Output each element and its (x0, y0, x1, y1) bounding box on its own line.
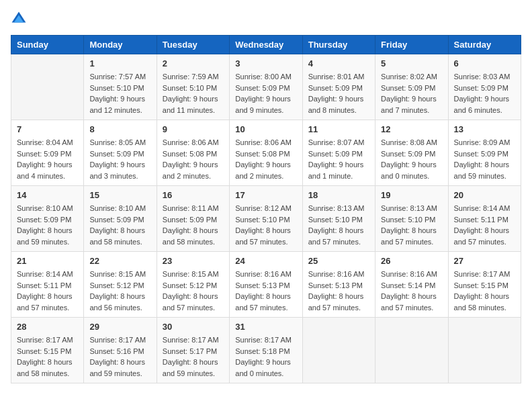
calendar-cell: 19Sunrise: 8:13 AMSunset: 5:10 PMDayligh… (375, 186, 448, 252)
calendar-cell: 12Sunrise: 8:08 AMSunset: 5:09 PMDayligh… (375, 120, 448, 186)
calendar-cell: 16Sunrise: 8:11 AMSunset: 5:09 PMDayligh… (157, 186, 229, 252)
day-number: 14 (17, 190, 78, 200)
day-number: 9 (163, 124, 224, 134)
day-info: Sunrise: 8:06 AMSunset: 5:08 PMDaylight:… (163, 137, 224, 181)
day-number: 16 (163, 190, 224, 200)
calendar-cell (302, 318, 375, 383)
day-number: 31 (235, 322, 296, 332)
calendar-cell: 15Sunrise: 8:10 AMSunset: 5:09 PMDayligh… (84, 186, 157, 252)
day-info: Sunrise: 8:17 AMSunset: 5:18 PMDaylight:… (235, 334, 296, 379)
week-row-3: 21Sunrise: 8:14 AMSunset: 5:11 PMDayligh… (11, 252, 521, 318)
calendar-cell: 11Sunrise: 8:07 AMSunset: 5:09 PMDayligh… (302, 120, 375, 186)
week-row-2: 14Sunrise: 8:10 AMSunset: 5:09 PMDayligh… (11, 186, 521, 252)
day-info: Sunrise: 8:03 AMSunset: 5:09 PMDaylight:… (454, 71, 515, 116)
day-info: Sunrise: 8:13 AMSunset: 5:10 PMDaylight:… (308, 203, 369, 247)
day-info: Sunrise: 8:11 AMSunset: 5:09 PMDaylight:… (163, 203, 224, 247)
day-number: 1 (89, 58, 150, 68)
day-number: 28 (17, 322, 78, 332)
day-info: Sunrise: 8:00 AMSunset: 5:09 PMDaylight:… (235, 71, 296, 116)
day-number: 11 (308, 124, 369, 134)
day-number: 24 (235, 256, 296, 266)
header-thursday: Thursday (302, 36, 375, 54)
day-number: 4 (308, 58, 369, 68)
calendar-cell: 8Sunrise: 8:05 AMSunset: 5:09 PMDaylight… (84, 120, 157, 186)
calendar-cell: 1Sunrise: 7:57 AMSunset: 5:10 PMDaylight… (84, 54, 157, 120)
day-info: Sunrise: 8:01 AMSunset: 5:09 PMDaylight:… (308, 71, 369, 116)
header-wednesday: Wednesday (230, 36, 302, 54)
day-info: Sunrise: 8:17 AMSunset: 5:15 PMDaylight:… (454, 269, 515, 313)
calendar-cell: 22Sunrise: 8:15 AMSunset: 5:12 PMDayligh… (84, 252, 157, 318)
calendar-cell: 30Sunrise: 8:17 AMSunset: 5:17 PMDayligh… (157, 318, 229, 383)
calendar-cell: 9Sunrise: 8:06 AMSunset: 5:08 PMDaylight… (157, 120, 229, 186)
calendar-cell: 28Sunrise: 8:17 AMSunset: 5:15 PMDayligh… (11, 318, 84, 383)
day-info: Sunrise: 7:57 AMSunset: 5:10 PMDaylight:… (89, 71, 150, 116)
logo (11, 11, 30, 27)
day-number: 18 (308, 190, 369, 200)
day-info: Sunrise: 8:16 AMSunset: 5:14 PMDaylight:… (381, 269, 442, 313)
calendar-cell: 25Sunrise: 8:16 AMSunset: 5:13 PMDayligh… (302, 252, 375, 318)
day-info: Sunrise: 8:10 AMSunset: 5:09 PMDaylight:… (17, 203, 78, 247)
day-info: Sunrise: 8:15 AMSunset: 5:12 PMDaylight:… (89, 269, 150, 313)
calendar-cell: 7Sunrise: 8:04 AMSunset: 5:09 PMDaylight… (11, 120, 84, 186)
calendar-cell: 31Sunrise: 8:17 AMSunset: 5:18 PMDayligh… (230, 318, 302, 383)
calendar-cell: 20Sunrise: 8:14 AMSunset: 5:11 PMDayligh… (448, 186, 521, 252)
header-row: SundayMondayTuesdayWednesdayThursdayFrid… (11, 36, 521, 54)
calendar-cell (448, 318, 521, 383)
header-sunday: Sunday (11, 36, 84, 54)
week-row-4: 28Sunrise: 8:17 AMSunset: 5:15 PMDayligh… (11, 318, 521, 383)
day-info: Sunrise: 8:05 AMSunset: 5:09 PMDaylight:… (89, 137, 150, 181)
calendar-cell: 26Sunrise: 8:16 AMSunset: 5:14 PMDayligh… (375, 252, 448, 318)
page-header (11, 11, 521, 27)
day-number: 5 (381, 58, 442, 68)
day-number: 10 (235, 124, 296, 134)
day-info: Sunrise: 8:17 AMSunset: 5:17 PMDaylight:… (163, 334, 224, 379)
day-number: 21 (17, 256, 78, 266)
day-info: Sunrise: 8:14 AMSunset: 5:11 PMDaylight:… (454, 203, 515, 247)
day-info: Sunrise: 8:08 AMSunset: 5:09 PMDaylight:… (381, 137, 442, 181)
day-number: 2 (163, 58, 224, 68)
day-number: 22 (89, 256, 150, 266)
day-number: 6 (454, 58, 515, 68)
calendar-cell (11, 54, 84, 120)
day-info: Sunrise: 8:14 AMSunset: 5:11 PMDaylight:… (17, 269, 78, 313)
header-friday: Friday (375, 36, 448, 54)
calendar-cell: 21Sunrise: 8:14 AMSunset: 5:11 PMDayligh… (11, 252, 84, 318)
day-info: Sunrise: 8:07 AMSunset: 5:09 PMDaylight:… (308, 137, 369, 181)
calendar-cell: 4Sunrise: 8:01 AMSunset: 5:09 PMDaylight… (302, 54, 375, 120)
day-info: Sunrise: 7:59 AMSunset: 5:10 PMDaylight:… (163, 71, 224, 116)
day-number: 20 (454, 190, 515, 200)
day-info: Sunrise: 8:04 AMSunset: 5:09 PMDaylight:… (17, 137, 78, 181)
day-number: 13 (454, 124, 515, 134)
calendar-cell: 27Sunrise: 8:17 AMSunset: 5:15 PMDayligh… (448, 252, 521, 318)
calendar-cell: 6Sunrise: 8:03 AMSunset: 5:09 PMDaylight… (448, 54, 521, 120)
day-info: Sunrise: 8:13 AMSunset: 5:10 PMDaylight:… (381, 203, 442, 247)
day-number: 3 (235, 58, 296, 68)
logo-icon (11, 11, 27, 27)
day-info: Sunrise: 8:17 AMSunset: 5:16 PMDaylight:… (89, 334, 150, 379)
day-number: 29 (89, 322, 150, 332)
header-monday: Monday (84, 36, 157, 54)
day-number: 23 (163, 256, 224, 266)
day-number: 17 (235, 190, 296, 200)
calendar-cell: 18Sunrise: 8:13 AMSunset: 5:10 PMDayligh… (302, 186, 375, 252)
calendar-cell: 5Sunrise: 8:02 AMSunset: 5:09 PMDaylight… (375, 54, 448, 120)
calendar-table: SundayMondayTuesdayWednesdayThursdayFrid… (11, 35, 521, 383)
day-info: Sunrise: 8:17 AMSunset: 5:15 PMDaylight:… (17, 334, 78, 379)
day-number: 27 (454, 256, 515, 266)
day-number: 12 (381, 124, 442, 134)
day-info: Sunrise: 8:15 AMSunset: 5:12 PMDaylight:… (163, 269, 224, 313)
calendar-cell: 17Sunrise: 8:12 AMSunset: 5:10 PMDayligh… (230, 186, 302, 252)
day-number: 19 (381, 190, 442, 200)
day-info: Sunrise: 8:16 AMSunset: 5:13 PMDaylight:… (308, 269, 369, 313)
week-row-0: 1Sunrise: 7:57 AMSunset: 5:10 PMDaylight… (11, 54, 521, 120)
day-number: 8 (89, 124, 150, 134)
calendar-cell: 10Sunrise: 8:06 AMSunset: 5:08 PMDayligh… (230, 120, 302, 186)
day-info: Sunrise: 8:10 AMSunset: 5:09 PMDaylight:… (89, 203, 150, 247)
calendar-cell: 23Sunrise: 8:15 AMSunset: 5:12 PMDayligh… (157, 252, 229, 318)
day-info: Sunrise: 8:09 AMSunset: 5:09 PMDaylight:… (454, 137, 515, 181)
day-number: 7 (17, 124, 78, 134)
calendar-cell: 24Sunrise: 8:16 AMSunset: 5:13 PMDayligh… (230, 252, 302, 318)
day-info: Sunrise: 8:06 AMSunset: 5:08 PMDaylight:… (235, 137, 296, 181)
calendar-cell: 14Sunrise: 8:10 AMSunset: 5:09 PMDayligh… (11, 186, 84, 252)
calendar-cell: 29Sunrise: 8:17 AMSunset: 5:16 PMDayligh… (84, 318, 157, 383)
